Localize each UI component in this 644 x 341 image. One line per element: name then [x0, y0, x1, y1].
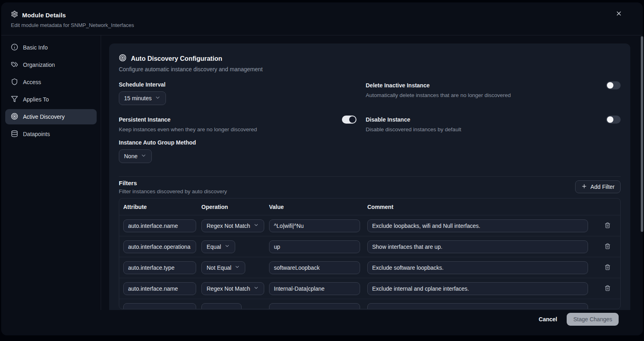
- schedule-interval-select[interactable]: 15 minutes: [119, 91, 166, 105]
- sidebar-item-label: Datapoints: [23, 131, 50, 137]
- filters-table-header: Attribute Operation Value Comment: [119, 198, 620, 215]
- comment-input[interactable]: [367, 240, 588, 253]
- sidebar: Basic Info Organization Access Applies T…: [1, 35, 101, 310]
- database-icon: [11, 130, 18, 138]
- funnel-icon: [11, 95, 18, 104]
- schedule-interval-label: Schedule Interval: [119, 81, 356, 88]
- scrollbar-thumb[interactable]: [641, 36, 643, 232]
- sidebar-item-organization[interactable]: Organization: [5, 57, 97, 72]
- panel-title: Auto Discovery Configuration: [131, 55, 222, 62]
- sidebar-item-access[interactable]: Access: [5, 74, 97, 90]
- delete-inactive-instance-field: Delete Inactive Instance Automatically d…: [366, 81, 621, 105]
- comment-input[interactable]: [367, 282, 588, 295]
- chevron-down-icon: [253, 285, 259, 292]
- attribute-input[interactable]: [123, 261, 196, 274]
- operation-select[interactable]: [201, 303, 242, 310]
- operation-value: Equal: [207, 244, 221, 250]
- attribute-input[interactable]: [123, 240, 196, 253]
- persistent-instance-description: Keep instances even when they are no lon…: [119, 126, 356, 132]
- operation-select[interactable]: Not Equal: [201, 261, 245, 274]
- info-icon: [11, 43, 18, 52]
- chevron-down-icon: [141, 153, 147, 160]
- close-button[interactable]: [614, 9, 623, 19]
- filter-row: Equal: [119, 236, 620, 257]
- filters-heading: Filters Filter instances discovered by a…: [119, 180, 227, 194]
- delete-filter-button[interactable]: [602, 283, 613, 294]
- chevron-down-icon: [253, 222, 259, 229]
- filter-row: Regex Not Match: [119, 215, 620, 236]
- column-value: Value: [269, 204, 367, 210]
- persistent-instance-field: Persistent Instance Keep instances even …: [119, 116, 356, 132]
- persistent-instance-toggle[interactable]: [342, 116, 356, 124]
- filter-row: Not Equal: [119, 257, 620, 278]
- sidebar-item-datapoints[interactable]: Datapoints: [5, 126, 97, 142]
- sidebar-item-label: Organization: [23, 62, 55, 68]
- comment-input[interactable]: [367, 261, 588, 274]
- value-input[interactable]: [269, 282, 360, 295]
- delete-filter-button[interactable]: [602, 241, 613, 252]
- schedule-interval-value: 15 minutes: [124, 95, 151, 101]
- filters-table: Attribute Operation Value Comment Regex …: [119, 198, 621, 309]
- attribute-input[interactable]: [123, 282, 196, 295]
- filters-subtitle: Filter instances discovered by auto disc…: [119, 188, 227, 194]
- delete-filter-button[interactable]: [602, 262, 613, 273]
- delete-filter-button[interactable]: [602, 220, 613, 231]
- filter-row: Regex Not Match: [119, 278, 620, 299]
- delete-inactive-instance-toggle[interactable]: [606, 81, 621, 89]
- operation-select[interactable]: Regex Not Match: [201, 282, 264, 295]
- column-operation: Operation: [201, 204, 269, 210]
- target-icon: [11, 113, 18, 121]
- comment-input[interactable]: [367, 219, 588, 232]
- column-attribute: Attribute: [123, 204, 201, 210]
- chevron-down-icon: [234, 264, 240, 271]
- delete-inactive-instance-description: Automatically delete instances that are …: [366, 92, 621, 98]
- shield-icon: [11, 78, 18, 87]
- module-details-dialog: Module Details Edit module metadata for …: [1, 2, 643, 335]
- target-icon: [119, 54, 126, 63]
- filter-row: [119, 299, 620, 309]
- x-icon: [615, 10, 622, 18]
- comment-input[interactable]: [367, 303, 588, 310]
- dialog-subtitle: Edit module metadata for SNMP_Network_In…: [11, 22, 633, 28]
- section-divider: [119, 176, 621, 177]
- delete-inactive-instance-label: Delete Inactive Instance: [366, 82, 430, 89]
- dialog-footer: Cancel Stage Changes: [1, 310, 643, 335]
- disable-instance-label: Disable Instance: [366, 116, 410, 123]
- sidebar-item-label: Basic Info: [23, 44, 48, 51]
- auto-discovery-panel: Auto Discovery Configuration Configure a…: [109, 43, 630, 310]
- trash-icon: [605, 264, 611, 271]
- attribute-input[interactable]: [123, 219, 196, 232]
- disable-instance-toggle[interactable]: [606, 116, 621, 124]
- column-comment: Comment: [367, 204, 598, 210]
- dialog-title: Module Details: [22, 12, 66, 19]
- operation-select[interactable]: Equal: [201, 240, 235, 253]
- panel-subtitle: Configure automatic instance discovery a…: [119, 66, 621, 72]
- disable-instance-description: Disable discovered instances by default: [366, 126, 621, 132]
- operation-select[interactable]: Regex Not Match: [201, 219, 264, 232]
- cancel-button[interactable]: Cancel: [535, 313, 561, 326]
- tags-icon: [11, 61, 18, 69]
- instance-auto-group-method-label: Instance Auto Group Method: [119, 139, 356, 146]
- persistent-instance-label: Persistent Instance: [119, 116, 170, 123]
- value-input[interactable]: [269, 240, 360, 253]
- value-input[interactable]: [269, 303, 360, 310]
- add-filter-button[interactable]: Add Filter: [575, 180, 621, 193]
- plus-icon: [581, 183, 587, 190]
- value-input[interactable]: [269, 219, 360, 232]
- sidebar-item-active-discovery[interactable]: Active Discovery: [5, 109, 97, 124]
- dialog-header: Module Details Edit module metadata for …: [1, 2, 643, 35]
- attribute-input[interactable]: [123, 303, 196, 310]
- stage-changes-button[interactable]: Stage Changes: [567, 313, 619, 326]
- add-filter-label: Add Filter: [590, 184, 615, 190]
- operation-value: Regex Not Match: [207, 285, 250, 292]
- sidebar-item-basic-info[interactable]: Basic Info: [5, 40, 97, 55]
- chevron-down-icon: [224, 243, 230, 250]
- sidebar-item-label: Active Discovery: [23, 114, 64, 120]
- operation-value: Regex Not Match: [207, 223, 250, 229]
- trash-icon: [605, 222, 611, 229]
- disable-instance-field: Disable Instance Disable discovered inst…: [366, 116, 621, 132]
- value-input[interactable]: [269, 261, 360, 274]
- sidebar-item-applies-to[interactable]: Applies To: [5, 92, 97, 107]
- instance-auto-group-method-select[interactable]: None: [119, 149, 152, 163]
- instance-auto-group-method-field: Instance Auto Group Method None: [119, 139, 356, 163]
